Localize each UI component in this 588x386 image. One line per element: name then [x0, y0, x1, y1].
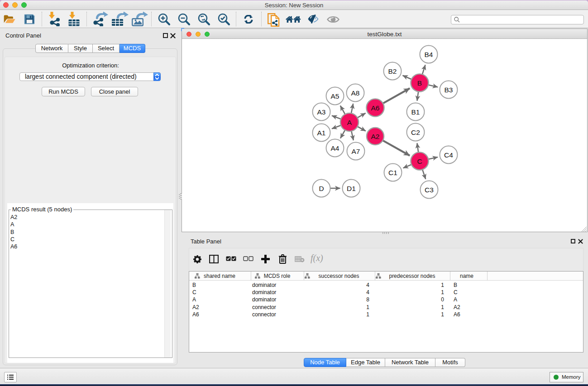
- svg-text:C4: C4: [444, 151, 453, 159]
- svg-text:A6: A6: [371, 104, 380, 112]
- svg-text:D1: D1: [347, 185, 356, 192]
- svg-text:A1: A1: [317, 129, 326, 137]
- svg-text:C2: C2: [411, 129, 420, 136]
- svg-text:B3: B3: [445, 86, 453, 94]
- svg-text:C: C: [417, 157, 422, 165]
- svg-text:A8: A8: [351, 89, 360, 97]
- svg-text:A2: A2: [371, 133, 380, 140]
- svg-text:A7: A7: [352, 148, 360, 155]
- svg-text:C1: C1: [388, 169, 397, 176]
- svg-text:A: A: [347, 119, 352, 126]
- svg-text:B2: B2: [388, 67, 397, 75]
- svg-text:D: D: [319, 185, 324, 192]
- svg-text:C3: C3: [425, 186, 434, 194]
- svg-text:B4: B4: [425, 51, 433, 58]
- svg-text:B1: B1: [411, 108, 420, 116]
- svg-text:A5: A5: [331, 92, 339, 100]
- svg-text:B: B: [417, 79, 422, 87]
- svg-text:A3: A3: [317, 108, 326, 116]
- svg-text:A4: A4: [331, 144, 339, 152]
